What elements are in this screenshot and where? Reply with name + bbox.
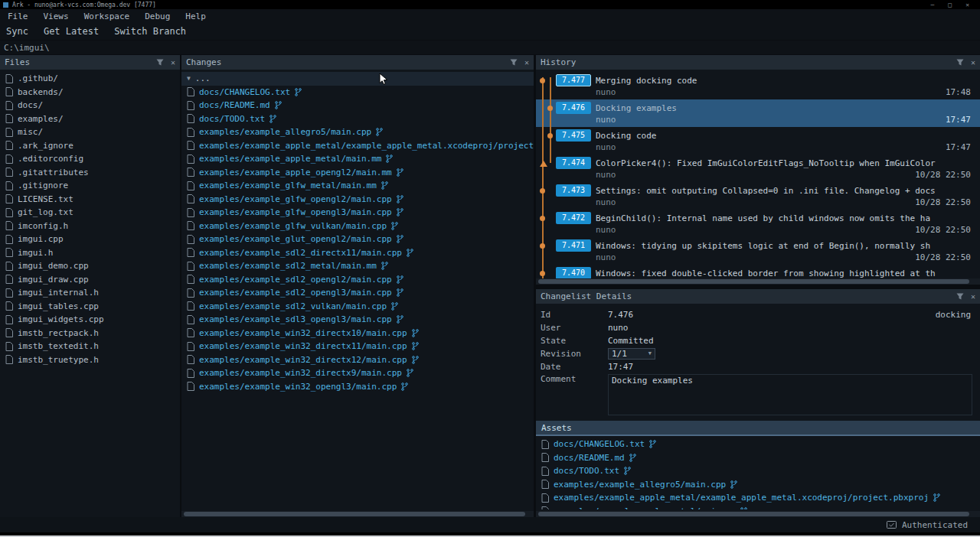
toolbar-button[interactable]: Sync	[0, 26, 38, 37]
expander-caret-icon[interactable]: ▼	[187, 75, 191, 82]
changes-root-row[interactable]: ▼ ...	[181, 72, 534, 86]
revision-dropdown[interactable]: 1/1 ▼	[608, 348, 655, 360]
scrollbar-thumb[interactable]	[184, 512, 525, 516]
changed-file-row[interactable]: examples/example_sdl2_opengl3/main.cpp	[181, 286, 534, 300]
close-icon[interactable]: ✕	[965, 2, 969, 8]
menu-item[interactable]: Debug	[137, 11, 178, 21]
panel-close-icon[interactable]: ✕	[971, 59, 975, 67]
changed-file-row[interactable]: examples/example_win32_opengl3/main.cpp	[181, 380, 534, 394]
asset-row[interactable]: examples/example_apple_metal/main.mm	[536, 505, 980, 510]
changed-file-row[interactable]: examples/example_sdl2_metal/main.mm	[181, 259, 534, 273]
revision-badge[interactable]: 7.474	[556, 157, 591, 169]
changed-file-row[interactable]: examples/example_sdl3_opengl3/main.cpp	[181, 313, 534, 327]
horizontal-scrollbar[interactable]	[181, 511, 534, 517]
changed-file-row[interactable]: examples/example_glut_opengl2/main.cpp	[181, 233, 534, 246]
branch-icon	[412, 342, 419, 350]
maximize-icon[interactable]: □	[948, 2, 952, 8]
changed-file-row[interactable]: examples/example_win32_directx11/main.cp…	[181, 340, 534, 353]
file-tree-item[interactable]: imgui_internal.h	[0, 286, 180, 300]
changed-file-row[interactable]: examples/example_apple_metal/main.mm	[181, 152, 534, 166]
revision-badge[interactable]: 7.475	[556, 129, 591, 142]
file-tree-item[interactable]: imgui.cpp	[0, 233, 180, 246]
filter-icon[interactable]	[510, 59, 518, 66]
history-commit-row[interactable]: 7.470 Windows: fixed double-clicked bord…	[536, 265, 980, 278]
file-tree-item[interactable]: .editorconfig	[0, 152, 180, 166]
menu-item[interactable]: File	[0, 11, 36, 21]
changed-file-row[interactable]: examples/example_win32_directx9/main.cpp	[181, 366, 534, 380]
horizontal-scrollbar[interactable]	[536, 278, 980, 285]
history-commit-row[interactable]: 7.471 Windows: tidying up skipitems logi…	[536, 237, 980, 265]
file-tree-item[interactable]: imgui_widgets.cpp	[0, 313, 180, 327]
scrollbar-thumb[interactable]	[538, 512, 969, 516]
minimize-icon[interactable]: —	[931, 2, 935, 8]
changed-file-row[interactable]: examples/example_sdl2_vulkan/main.cpp	[181, 300, 534, 314]
menu-item[interactable]: Views	[36, 11, 77, 21]
revision-badge[interactable]: 7.473	[556, 184, 591, 197]
revision-badge[interactable]: 7.471	[556, 239, 591, 252]
changed-file-row[interactable]: examples/example_apple_opengl2/main.mm	[181, 166, 534, 180]
changed-file-row[interactable]: examples/example_sdl2_opengl2/main.cpp	[181, 273, 534, 287]
changed-file-row[interactable]: examples/example_sdl2_directx11/main.cpp	[181, 246, 534, 260]
toolbar-button[interactable]: Get Latest	[38, 26, 108, 37]
filter-icon[interactable]	[156, 59, 164, 66]
file-tree-item[interactable]: .gitattributes	[0, 166, 180, 180]
filter-icon[interactable]	[956, 293, 964, 300]
revision-badge[interactable]: 7.477	[556, 74, 591, 86]
changed-file-row[interactable]: docs/TODO.txt	[181, 112, 534, 126]
changed-file-row[interactable]: examples/example_allegro5/main.cpp	[181, 125, 534, 139]
asset-row[interactable]: docs/CHANGELOG.txt	[536, 438, 980, 451]
file-tree-item[interactable]: imstb_truetype.h	[0, 353, 180, 367]
file-tree-item[interactable]: LICENSE.txt	[0, 193, 180, 207]
history-commit-row[interactable]: 7.474 ColorPicker4(): Fixed ImGuiColorEd…	[536, 155, 980, 182]
right-column: History ✕ 7.477 Merging docking code	[536, 55, 980, 517]
file-tree-item[interactable]: git_log.txt	[0, 206, 180, 220]
changed-file-row[interactable]: examples/example_win32_directx12/main.cp…	[181, 353, 534, 367]
scrollbar-thumb[interactable]	[538, 279, 969, 284]
file-tree-item[interactable]: imstb_rectpack.h	[0, 327, 180, 340]
changed-file-row[interactable]: docs/CHANGELOG.txt	[181, 86, 534, 99]
menu-item[interactable]: Help	[178, 11, 214, 21]
file-tree-item[interactable]: misc/	[0, 125, 180, 139]
history-commit-row[interactable]: 7.472 BeginChild(): Internal name used b…	[536, 210, 980, 237]
file-tree-item[interactable]: .github/	[0, 72, 180, 86]
file-tree-item[interactable]: imgui_tables.cpp	[0, 300, 180, 314]
menu-item[interactable]: Workspace	[77, 11, 138, 21]
file-tree-item[interactable]: docs/	[0, 99, 180, 112]
history-commit-row[interactable]: 7.477 Merging docking code nuno 17:48	[536, 72, 980, 99]
filter-icon[interactable]	[956, 59, 964, 66]
changed-file-row[interactable]: examples/example_apple_metal/example_app…	[181, 139, 534, 153]
changed-file-row[interactable]: examples/example_glfw_metal/main.mm	[181, 179, 534, 193]
asset-row[interactable]: examples/example_apple_metal/example_app…	[536, 491, 980, 505]
history-commit-row[interactable]: 7.473 Settings: omit outputing Collapsed…	[536, 182, 980, 210]
file-tree-item[interactable]: examples/	[0, 112, 180, 126]
panel-close-icon[interactable]: ✕	[971, 293, 975, 301]
asset-row[interactable]: docs/README.md	[536, 451, 980, 465]
commit-title: Windows: tidying up skipitems logic at e…	[596, 241, 971, 251]
toolbar-button[interactable]: Switch Branch	[108, 26, 195, 37]
history-commit-row[interactable]: 7.476 Docking examples nuno 17:47	[536, 99, 980, 127]
revision-badge[interactable]: 7.470	[556, 267, 591, 278]
changed-file-row[interactable]: examples/example_win32_directx10/main.cp…	[181, 327, 534, 340]
changed-file-row[interactable]: docs/README.md	[181, 99, 534, 112]
revision-badge[interactable]: 7.476	[556, 102, 591, 114]
history-commit-row[interactable]: 7.475 Docking code nuno 17:47	[536, 127, 980, 155]
changed-file-row[interactable]: examples/example_glfw_opengl2/main.cpp	[181, 193, 534, 207]
file-tree-item[interactable]: imgui_demo.cpp	[0, 259, 180, 273]
commit-graph-marker	[540, 271, 545, 276]
revision-badge[interactable]: 7.472	[556, 212, 591, 224]
changed-file-row[interactable]: examples/example_glfw_opengl3/main.cpp	[181, 206, 534, 220]
asset-row[interactable]: docs/TODO.txt	[536, 464, 980, 478]
horizontal-scrollbar[interactable]	[536, 511, 980, 517]
panel-close-icon[interactable]: ✕	[171, 59, 175, 67]
asset-row[interactable]: examples/example_allegro5/main.cpp	[536, 478, 980, 492]
file-tree-item[interactable]: backends/	[0, 86, 180, 99]
file-tree-item[interactable]: imconfig.h	[0, 220, 180, 233]
file-tree-item[interactable]: imgui_draw.cpp	[0, 273, 180, 287]
file-tree-item[interactable]: .ark_ignore	[0, 139, 180, 153]
changed-file-row[interactable]: examples/example_glfw_vulkan/main.cpp	[181, 220, 534, 233]
file-tree-item[interactable]: .gitignore	[0, 179, 180, 193]
file-tree-item[interactable]: imstb_textedit.h	[0, 340, 180, 353]
file-tree-item[interactable]: imgui.h	[0, 246, 180, 260]
panel-close-icon[interactable]: ✕	[524, 59, 529, 67]
comment-text[interactable]: Docking examples	[608, 374, 972, 415]
